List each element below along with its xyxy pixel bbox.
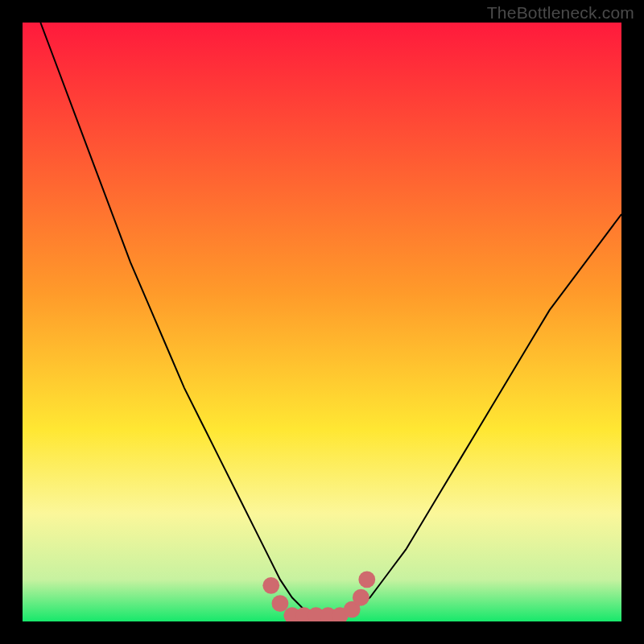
plot-area: [23, 23, 621, 621]
highlight-dot: [272, 595, 289, 612]
curve-layer: [23, 23, 621, 621]
highlight-dot: [262, 577, 279, 594]
highlight-dot: [358, 572, 375, 588]
watermark-text: TheBottleneck.com: [487, 3, 634, 23]
highlight-dot: [353, 589, 369, 606]
bottleneck-curve: [40, 23, 621, 616]
chart-stage: TheBottleneck.com: [0, 0, 644, 644]
